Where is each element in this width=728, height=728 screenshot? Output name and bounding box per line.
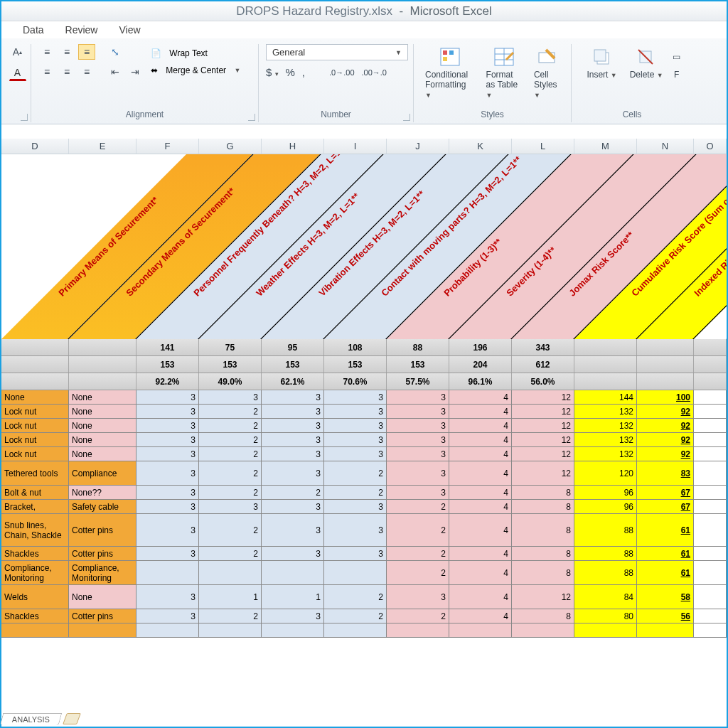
cell[interactable] [694, 405, 727, 418]
cell[interactable]: 4 [449, 547, 512, 560]
cell[interactable]: 3 [324, 390, 387, 404]
table-row[interactable]: ShacklesCotter pins32332488861 [1, 547, 727, 561]
sheet-tab[interactable]: ANALYSIS [0, 713, 62, 725]
cell[interactable]: 3 [136, 390, 199, 404]
cell[interactable]: 4 [449, 419, 512, 432]
cell[interactable]: 4 [449, 390, 512, 404]
cell[interactable]: 58 [637, 585, 694, 609]
cell[interactable]: 2 [387, 500, 449, 513]
cell[interactable]: 2 [199, 461, 262, 485]
col-F[interactable]: F [136, 139, 199, 154]
cell[interactable]: 92 [637, 433, 694, 446]
cell[interactable]: 2 [199, 405, 262, 418]
cell[interactable]: 4 [449, 585, 512, 609]
col-O[interactable]: O [694, 139, 727, 154]
cell[interactable]: 3 [387, 405, 449, 418]
summary-cell[interactable]: 153 [136, 356, 199, 373]
cell[interactable]: 2 [199, 447, 262, 461]
summary-cell[interactable]: 108 [324, 339, 387, 355]
cell[interactable]: 8 [512, 514, 574, 546]
cell[interactable] [694, 486, 727, 499]
percent-icon[interactable]: % [286, 66, 295, 78]
cell[interactable]: 3 [262, 419, 324, 432]
summary-cell[interactable]: 141 [136, 339, 199, 355]
menu-view[interactable]: View [119, 24, 140, 38]
cell[interactable]: 3 [324, 547, 387, 560]
summary-row[interactable]: 153153153153153204612 [1, 356, 727, 373]
cell[interactable]: 92 [637, 419, 694, 432]
cell[interactable]: 3 [324, 514, 387, 546]
cell[interactable]: 67 [637, 500, 694, 513]
cell[interactable]: 3 [262, 433, 324, 446]
col-M[interactable]: M [574, 139, 637, 154]
cell[interactable] [694, 585, 727, 609]
col-I[interactable]: I [324, 139, 387, 154]
cell[interactable]: 4 [449, 500, 512, 513]
summary-cell[interactable] [694, 373, 727, 390]
menu-review[interactable]: Review [65, 24, 98, 38]
summary-cell[interactable]: 62.1% [262, 373, 324, 390]
cell[interactable]: Shackles [1, 609, 69, 623]
cell[interactable]: 3 [136, 500, 199, 513]
summary-cell[interactable]: 204 [449, 356, 512, 373]
dialog-launcher-icon[interactable] [248, 114, 255, 121]
cell[interactable]: 3 [262, 500, 324, 513]
cell[interactable]: 4 [449, 447, 512, 461]
cell[interactable]: Cotter pins [69, 547, 136, 560]
align-bottom-icon[interactable]: ≡ [78, 44, 95, 60]
cell[interactable]: 2 [199, 433, 262, 446]
cell[interactable]: 2 [324, 486, 387, 499]
summary-cell[interactable] [1, 339, 69, 355]
summary-cell[interactable] [637, 339, 694, 355]
cell[interactable]: 4 [449, 433, 512, 446]
summary-cell[interactable] [69, 339, 136, 355]
cell[interactable]: 3 [136, 486, 199, 499]
cell[interactable]: 4 [449, 405, 512, 418]
cell[interactable]: 92 [637, 447, 694, 461]
summary-cell[interactable] [1, 373, 69, 390]
cell[interactable]: 2 [199, 514, 262, 546]
cell[interactable]: Cotter pins [69, 609, 136, 623]
cell[interactable] [449, 623, 512, 637]
summary-row[interactable]: 141759510888196343 [1, 339, 727, 356]
cell[interactable]: 88 [574, 561, 637, 584]
cell[interactable]: 4 [449, 514, 512, 546]
cell[interactable]: 2 [324, 609, 387, 623]
col-H[interactable]: H [262, 139, 324, 154]
cell[interactable]: Lock nut [1, 405, 69, 418]
merge-center-button[interactable]: ⬌ Merge & Center ▼ [151, 65, 240, 75]
cell[interactable]: 3 [387, 486, 449, 499]
cell[interactable]: 80 [574, 609, 637, 623]
cell[interactable]: 3 [262, 514, 324, 546]
table-row[interactable]: WeldsNone311234128458 [1, 585, 727, 609]
font-color-icon[interactable]: A [9, 65, 26, 81]
cell[interactable] [387, 623, 449, 637]
summary-row[interactable]: 92.2%49.0%62.1%70.6%57.5%96.1%56.0% [1, 373, 727, 390]
cell[interactable] [637, 623, 694, 637]
cell[interactable]: 83 [637, 461, 694, 485]
cell[interactable]: None [69, 419, 136, 432]
cell[interactable]: None [69, 447, 136, 461]
cell[interactable]: 8 [512, 500, 574, 513]
cell[interactable]: 3 [262, 405, 324, 418]
cell[interactable] [694, 447, 727, 461]
format-as-table-button[interactable]: Format as Table ▼ [482, 44, 527, 101]
cell[interactable]: 2 [324, 461, 387, 485]
conditional-formatting-button[interactable]: Conditional Formatting ▼ [421, 44, 479, 101]
cell[interactable]: 3 [199, 390, 262, 404]
table-row[interactable]: Bolt & nutNone??32223489667 [1, 486, 727, 500]
cell[interactable]: 8 [512, 547, 574, 560]
cell[interactable]: 12 [512, 585, 574, 609]
table-row[interactable]: Lock nutNone3233341213292 [1, 419, 727, 433]
summary-cell[interactable] [694, 356, 727, 373]
cell[interactable]: 3 [262, 461, 324, 485]
summary-cell[interactable]: 88 [387, 339, 449, 355]
cell[interactable]: 61 [637, 561, 694, 584]
cell[interactable] [136, 623, 199, 637]
cell[interactable] [262, 623, 324, 637]
summary-cell[interactable]: 92.2% [136, 373, 199, 390]
cell[interactable]: 4 [449, 461, 512, 485]
cell[interactable]: 3 [387, 390, 449, 404]
cell[interactable]: 3 [387, 585, 449, 609]
cell[interactable] [512, 623, 574, 637]
